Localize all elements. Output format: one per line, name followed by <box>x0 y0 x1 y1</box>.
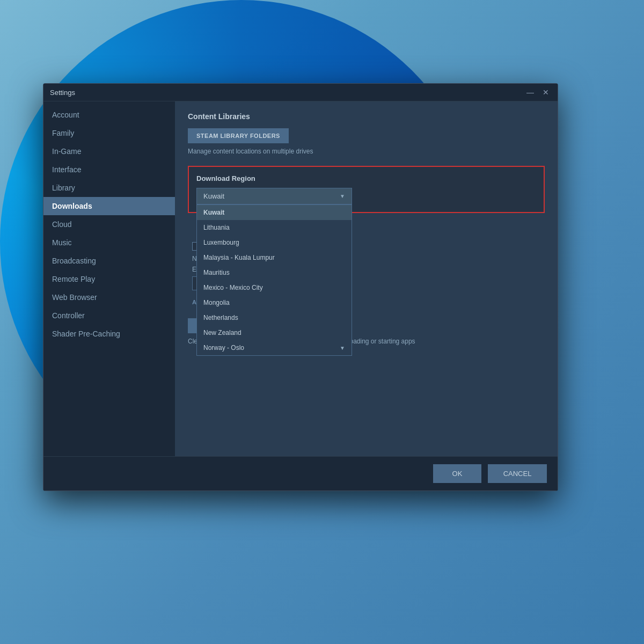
dropdown-item-kuwait[interactable]: Kuwait <box>197 205 352 220</box>
sidebar-item-in-game[interactable]: In-Game <box>43 142 175 160</box>
sidebar-item-shader-pre-caching[interactable]: Shader Pre-Caching <box>43 325 175 343</box>
sidebar-item-family[interactable]: Family <box>43 124 175 142</box>
main-content: Account Family In-Game Interface Library… <box>43 101 558 456</box>
section-title: Content Libraries <box>188 112 545 121</box>
dropdown-list: Kuwait Lithuania Luxembourg Malaysia - K… <box>196 204 352 356</box>
sidebar-item-library[interactable]: Library <box>43 179 175 197</box>
sidebar-item-music[interactable]: Music <box>43 233 175 252</box>
sidebar-item-remote-play[interactable]: Remote Play <box>43 270 175 288</box>
dropdown-list-inner[interactable]: Kuwait Lithuania Luxembourg Malaysia - K… <box>197 205 352 355</box>
sidebar-item-cloud[interactable]: Cloud <box>43 215 175 233</box>
ok-button[interactable]: OK <box>433 464 481 483</box>
window-title: Settings <box>50 89 75 97</box>
dropdown-item-malaysia[interactable]: Malaysia - Kuala Lumpur <box>197 250 352 265</box>
steam-library-button[interactable]: STEAM LIBRARY FOLDERS <box>188 128 289 143</box>
region-dropdown[interactable]: Kuwait ▼ Kuwait Lithuania Luxembourg Mal… <box>196 188 536 204</box>
settings-window: Settings — ✕ Account Family In-Game Inte… <box>43 83 558 491</box>
title-bar: Settings — ✕ <box>43 84 558 101</box>
sidebar-item-broadcasting[interactable]: Broadcasting <box>43 252 175 270</box>
cancel-button[interactable]: CANCEL <box>488 464 547 483</box>
dropdown-item-netherlands[interactable]: Netherlands <box>197 310 352 325</box>
title-buttons: — ✕ <box>524 88 551 97</box>
dropdown-selected-value: Kuwait <box>203 192 224 200</box>
bottom-bar: OK CANCEL <box>43 456 558 491</box>
dropdown-item-mongolia[interactable]: Mongolia <box>197 295 352 310</box>
dropdown-item-norway[interactable]: Norway - Oslo ▼ <box>197 340 352 355</box>
content-area: Content Libraries STEAM LIBRARY FOLDERS … <box>175 101 558 456</box>
dropdown-selected[interactable]: Kuwait ▼ <box>196 188 352 204</box>
dropdown-item-mauritius[interactable]: Mauritius <box>197 265 352 280</box>
chevron-down-icon: ▼ <box>340 193 345 199</box>
sidebar-item-web-browser[interactable]: Web Browser <box>43 288 175 306</box>
sidebar: Account Family In-Game Interface Library… <box>43 101 175 456</box>
dropdown-item-lithuania[interactable]: Lithuania <box>197 220 352 235</box>
sidebar-item-controller[interactable]: Controller <box>43 306 175 325</box>
minimize-button[interactable]: — <box>524 88 536 97</box>
download-region-title: Download Region <box>196 174 536 182</box>
sidebar-item-interface[interactable]: Interface <box>43 160 175 179</box>
dropdown-item-mexico[interactable]: Mexico - Mexico City <box>197 280 352 295</box>
download-region-box: Download Region Kuwait ▼ Kuwait Lithuani… <box>188 166 545 213</box>
sidebar-item-downloads[interactable]: Downloads <box>43 197 175 215</box>
chevron-down-icon-list: ▼ <box>340 345 345 351</box>
close-button[interactable]: ✕ <box>540 88 551 97</box>
sidebar-item-account[interactable]: Account <box>43 106 175 124</box>
dropdown-item-new-zealand[interactable]: New Zealand <box>197 325 352 340</box>
library-subtitle: Manage content locations on multiple dri… <box>188 148 545 155</box>
dropdown-item-luxembourg[interactable]: Luxembourg <box>197 235 352 250</box>
